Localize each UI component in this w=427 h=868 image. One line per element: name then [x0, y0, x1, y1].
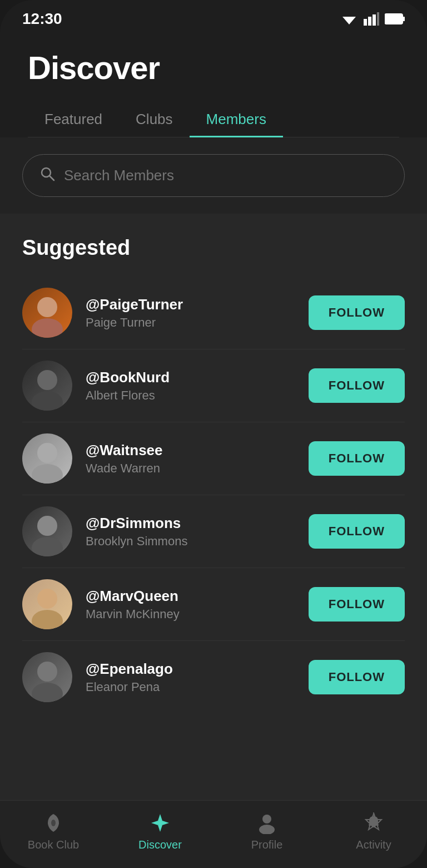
member-handle: @BookNurd: [86, 369, 170, 386]
table-row: @Waitnsee Wade Warren FOLLOW: [22, 422, 405, 495]
table-row: @DrSimmons Brooklyn Simmons FOLLOW: [22, 495, 405, 568]
table-row: @MarvQueen Marvin McKinney FOLLOW: [22, 568, 405, 641]
member-handle: @Epenalago: [86, 660, 173, 678]
svg-point-20: [37, 662, 57, 682]
avatar: [22, 288, 72, 338]
member-name: Marvin McKinney: [86, 607, 180, 622]
svg-rect-6: [403, 17, 405, 21]
nav-label-activity: Activity: [356, 839, 391, 851]
svg-point-25: [259, 825, 275, 834]
member-handle: @PaigeTurner: [86, 296, 183, 313]
table-row: @Epenalago Eleanor Pena FOLLOW: [22, 641, 405, 713]
tabs-container: Featured Clubs Members: [28, 103, 399, 137]
follow-button[interactable]: FOLLOW: [309, 295, 405, 330]
member-left: @Epenalago Eleanor Pena: [22, 652, 173, 702]
nav-item-book-club[interactable]: Book Club: [0, 812, 107, 851]
table-row: @BookNurd Albert Flores FOLLOW: [22, 349, 405, 422]
svg-point-13: [32, 391, 63, 411]
tab-featured[interactable]: Featured: [28, 103, 119, 137]
follow-button[interactable]: FOLLOW: [309, 441, 405, 476]
svg-point-24: [262, 815, 271, 823]
book-club-icon: [42, 812, 64, 834]
svg-point-16: [37, 516, 57, 536]
nav-item-activity[interactable]: Activity: [320, 812, 427, 851]
member-name: Albert Flores: [86, 388, 170, 403]
phone-container: 12:30 Discover Featured: [0, 0, 427, 868]
member-handle: @MarvQueen: [86, 588, 180, 605]
discover-icon: [149, 812, 171, 834]
wifi-icon: [340, 12, 358, 26]
member-left: @MarvQueen Marvin McKinney: [22, 579, 180, 629]
svg-point-18: [37, 589, 57, 609]
nav-item-profile[interactable]: Profile: [214, 812, 320, 851]
avatar: [22, 361, 72, 411]
svg-point-23: [158, 821, 162, 825]
member-info: @PaigeTurner Paige Turner: [86, 296, 183, 330]
member-info: @Epenalago Eleanor Pena: [86, 660, 173, 694]
svg-rect-7: [386, 15, 401, 23]
page-title: Discover: [28, 49, 399, 86]
status-icons: [340, 12, 405, 26]
suggested-title: Suggested: [22, 236, 405, 260]
signal-icon: [364, 12, 379, 26]
profile-icon: [256, 812, 278, 834]
battery-icon: [385, 13, 405, 25]
member-name: Brooklyn Simmons: [86, 534, 187, 549]
search-container: [0, 137, 427, 214]
member-name: Paige Turner: [86, 315, 183, 330]
main-content: Suggested @PaigeTurner Paige Turner FOLL…: [0, 214, 427, 800]
svg-rect-3: [373, 14, 376, 26]
header: Discover Featured Clubs Members: [0, 32, 427, 137]
svg-marker-0: [342, 17, 356, 24]
tab-members[interactable]: Members: [190, 103, 283, 137]
avatar: [22, 579, 72, 629]
member-name: Eleanor Pena: [86, 680, 173, 694]
nav-item-discover[interactable]: Discover: [107, 812, 214, 851]
member-handle: @DrSimmons: [86, 515, 187, 532]
svg-point-19: [32, 610, 63, 629]
member-left: @BookNurd Albert Flores: [22, 361, 170, 411]
bottom-nav: Book Club Discover Profil: [0, 800, 427, 868]
activity-icon: [363, 812, 385, 834]
search-input[interactable]: [64, 167, 388, 184]
search-box: [22, 154, 405, 197]
member-left: @PaigeTurner Paige Turner: [22, 288, 183, 338]
member-handle: @Waitnsee: [86, 442, 163, 459]
table-row: @PaigeTurner Paige Turner FOLLOW: [22, 277, 405, 349]
member-info: @MarvQueen Marvin McKinney: [86, 588, 180, 622]
svg-point-21: [32, 683, 63, 702]
follow-button[interactable]: FOLLOW: [309, 514, 405, 549]
member-list: @PaigeTurner Paige Turner FOLLOW @BookNu…: [22, 277, 405, 713]
svg-rect-4: [377, 12, 379, 26]
member-name: Wade Warren: [86, 461, 163, 476]
svg-rect-1: [364, 19, 367, 26]
search-icon: [39, 166, 55, 185]
nav-label-discover: Discover: [138, 839, 182, 851]
svg-point-17: [32, 537, 63, 556]
follow-button[interactable]: FOLLOW: [309, 587, 405, 622]
avatar: [22, 652, 72, 702]
member-left: @DrSimmons Brooklyn Simmons: [22, 506, 187, 556]
tab-clubs[interactable]: Clubs: [119, 103, 189, 137]
svg-point-12: [37, 370, 57, 390]
svg-point-11: [32, 318, 63, 338]
avatar: [22, 506, 72, 556]
svg-rect-2: [368, 17, 371, 26]
svg-point-10: [37, 297, 57, 317]
svg-point-14: [37, 443, 57, 463]
svg-rect-26: [369, 824, 379, 826]
member-info: @DrSimmons Brooklyn Simmons: [86, 515, 187, 549]
svg-line-9: [49, 176, 54, 180]
nav-label-profile: Profile: [251, 839, 283, 851]
svg-point-22: [51, 820, 56, 826]
member-left: @Waitnsee Wade Warren: [22, 433, 163, 484]
svg-point-15: [32, 464, 63, 484]
status-bar: 12:30: [0, 0, 427, 32]
nav-label-book-club: Book Club: [28, 839, 79, 851]
member-info: @Waitnsee Wade Warren: [86, 442, 163, 476]
status-time: 12:30: [22, 10, 62, 28]
follow-button[interactable]: FOLLOW: [309, 660, 405, 694]
member-info: @BookNurd Albert Flores: [86, 369, 170, 403]
follow-button[interactable]: FOLLOW: [309, 368, 405, 403]
avatar: [22, 433, 72, 484]
